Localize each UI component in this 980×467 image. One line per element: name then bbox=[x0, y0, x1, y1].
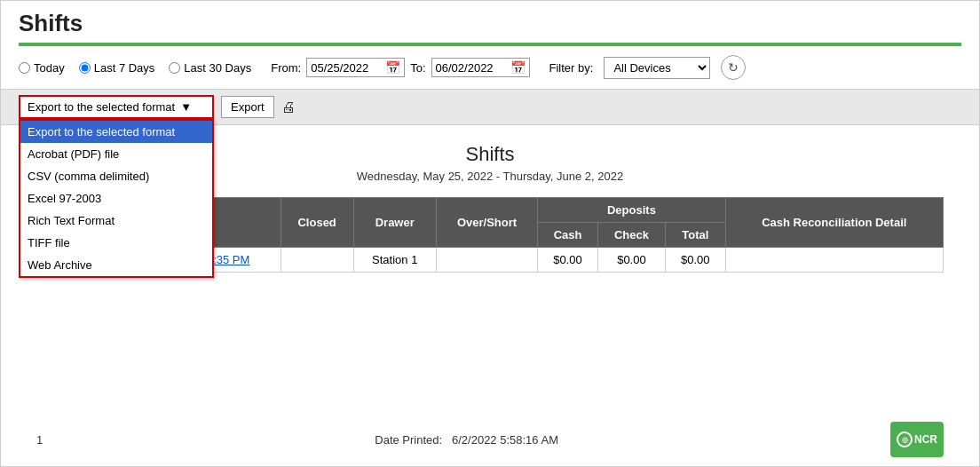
filter-select-wrapper: All Devices bbox=[604, 57, 710, 79]
from-date-filter: From: 📅 To: 📅 bbox=[271, 58, 529, 77]
export-dropdown-wrapper: Export to the selected format ▼ Export t… bbox=[19, 95, 214, 119]
export-dropdown-menu: Export to the selected format Acrobat (P… bbox=[19, 119, 214, 278]
ncr-circle-icon: ◎ bbox=[897, 431, 913, 447]
export-option-tiff[interactable]: TIFF file bbox=[20, 232, 212, 254]
export-toolbar: Export to the selected format ▼ Export t… bbox=[1, 89, 979, 125]
radio-last30[interactable]: Last 30 Days bbox=[169, 61, 251, 75]
radio-today-label: Today bbox=[34, 61, 65, 75]
export-option-excel[interactable]: Excel 97-2003 bbox=[20, 187, 212, 210]
cell-cash-recon bbox=[725, 248, 943, 273]
filter-by-label: Filter by: bbox=[549, 61, 594, 75]
filter-select[interactable]: All Devices bbox=[604, 57, 710, 79]
from-date-input-wrapper: 📅 bbox=[306, 58, 405, 77]
export-option-pdf[interactable]: Acrobat (PDF) file bbox=[20, 143, 212, 165]
col-cash-recon: Cash Reconciliation Detail bbox=[725, 198, 943, 248]
radio-last7[interactable]: Last 7 Days bbox=[79, 61, 155, 75]
filter-bar: Today Last 7 Days Last 30 Days From: 📅 T… bbox=[1, 46, 979, 89]
col-closed: Closed bbox=[281, 198, 353, 248]
from-label: From: bbox=[271, 61, 301, 75]
col-cash: Cash bbox=[538, 223, 597, 248]
page-header: Shifts bbox=[1, 1, 979, 46]
to-calendar-icon[interactable]: 📅 bbox=[510, 60, 526, 75]
dropdown-chevron-icon: ▼ bbox=[180, 100, 192, 114]
radio-today[interactable]: Today bbox=[19, 61, 65, 75]
page-number: 1 bbox=[36, 433, 43, 447]
export-option-csv[interactable]: CSV (comma delimited) bbox=[20, 165, 212, 187]
refresh-button[interactable]: ↻ bbox=[721, 55, 746, 80]
col-over-short: Over/Short bbox=[436, 198, 538, 248]
report-footer: 1 Date Printed: 6/2/2022 5:58:16 AM ◎ NC… bbox=[1, 413, 979, 466]
to-label: To: bbox=[410, 61, 425, 75]
cell-total: $0.00 bbox=[666, 248, 725, 273]
ncr-logo: ◎ NCR bbox=[890, 422, 944, 457]
cell-over-short bbox=[436, 248, 538, 273]
date-printed-label: Date Printed: bbox=[375, 433, 442, 447]
date-printed-value: 6/2/2022 5:58:16 AM bbox=[452, 433, 558, 447]
date-printed: Date Printed: 6/2/2022 5:58:16 AM bbox=[43, 433, 890, 447]
cell-closed bbox=[281, 248, 353, 273]
ncr-label: NCR bbox=[914, 433, 937, 446]
cell-cash: $0.00 bbox=[538, 248, 597, 273]
export-dropdown-label: Export to the selected format bbox=[28, 100, 175, 114]
export-option-default[interactable]: Export to the selected format bbox=[20, 121, 212, 143]
from-date-input[interactable] bbox=[311, 61, 382, 75]
radio-last30-label: Last 30 Days bbox=[184, 61, 251, 75]
from-calendar-icon[interactable]: 📅 bbox=[385, 60, 400, 75]
col-check: Check bbox=[597, 223, 665, 248]
export-option-web-archive[interactable]: Web Archive bbox=[20, 254, 212, 276]
export-format-dropdown[interactable]: Export to the selected format ▼ bbox=[19, 95, 214, 119]
export-button[interactable]: Export bbox=[221, 96, 274, 118]
col-drawer: Drawer bbox=[353, 198, 436, 248]
page-title: Shifts bbox=[19, 10, 961, 43]
print-button[interactable]: 🖨 bbox=[281, 99, 296, 115]
date-range-radio-group: Today Last 7 Days Last 30 Days bbox=[19, 61, 251, 75]
report-title: Shifts bbox=[465, 143, 514, 166]
to-date-input[interactable] bbox=[436, 61, 507, 75]
col-total: Total bbox=[666, 223, 725, 248]
col-deposits-group: Deposits bbox=[538, 198, 725, 223]
cell-check: $0.00 bbox=[597, 248, 665, 273]
to-date-input-wrapper: 📅 bbox=[431, 58, 530, 77]
report-subtitle: Wednesday, May 25, 2022 - Thursday, June… bbox=[357, 170, 623, 183]
radio-last7-label: Last 7 Days bbox=[94, 61, 155, 75]
cell-drawer: Station 1 bbox=[353, 248, 436, 273]
export-option-rtf[interactable]: Rich Text Format bbox=[20, 210, 212, 232]
